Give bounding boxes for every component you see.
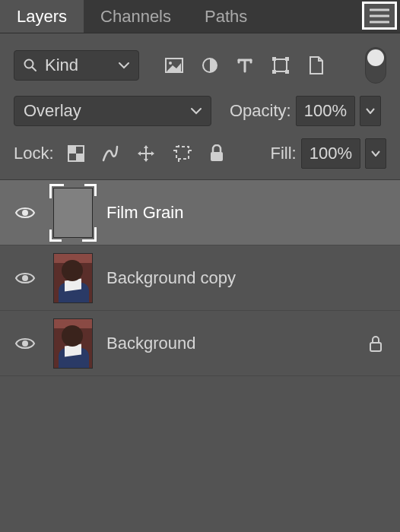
svg-rect-4 — [275, 59, 287, 71]
blend-mode-dropdown[interactable]: Overlay — [14, 96, 211, 126]
chevron-down-icon — [191, 107, 202, 115]
visibility-toggle[interactable] — [11, 205, 40, 220]
layer-name[interactable]: Background copy — [106, 268, 389, 288]
tab-paths[interactable]: Paths — [188, 0, 264, 33]
lock-image-icon[interactable] — [101, 144, 119, 163]
svg-rect-6 — [285, 57, 289, 61]
filter-shape-icon[interactable] — [271, 56, 290, 74]
hamburger-icon — [370, 8, 389, 24]
fill-label: Fill: — [271, 144, 297, 163]
filter-kind-dropdown[interactable]: Kind — [14, 50, 139, 81]
layer-row[interactable]: Background — [0, 311, 400, 376]
search-icon — [24, 59, 37, 72]
svg-rect-13 — [211, 152, 223, 161]
lock-artboard-icon[interactable] — [173, 144, 192, 163]
svg-rect-7 — [272, 70, 276, 74]
eye-icon — [14, 336, 36, 351]
fill-input[interactable]: 100% — [301, 138, 360, 169]
layers-list: Film Grain Background copy Background — [0, 179, 400, 376]
layer-thumbnail[interactable] — [53, 253, 93, 303]
lock-transparency-icon[interactable] — [68, 145, 84, 162]
layer-thumbnail[interactable] — [53, 318, 93, 369]
toggle-knob — [367, 49, 384, 66]
panel-tabs: Layers Channels Paths — [0, 0, 400, 33]
fill-stepper[interactable] — [365, 138, 386, 169]
filter-pixel-icon[interactable] — [165, 58, 183, 73]
visibility-toggle[interactable] — [11, 336, 40, 351]
filter-type-text-icon[interactable] — [237, 57, 253, 74]
opacity-group: Opacity: 100% — [230, 96, 381, 126]
svg-point-15 — [22, 275, 28, 281]
filter-type-icons — [165, 55, 325, 75]
tabs-spacer — [264, 0, 360, 33]
lock-position-icon[interactable] — [136, 144, 156, 163]
filter-kind-label: Kind — [45, 55, 111, 75]
layer-name[interactable]: Background — [106, 334, 354, 353]
tab-layers[interactable]: Layers — [0, 0, 84, 33]
blend-mode-value: Overlay — [24, 101, 81, 121]
chevron-down-icon — [119, 62, 129, 69]
visibility-toggle[interactable] — [11, 271, 40, 286]
opacity-stepper[interactable] — [360, 96, 381, 126]
eye-icon — [14, 205, 36, 220]
svg-rect-8 — [285, 70, 289, 74]
filter-adjustment-icon[interactable] — [202, 57, 218, 74]
opacity-label: Opacity: — [230, 101, 291, 121]
eye-icon — [14, 271, 36, 286]
lock-all-icon[interactable] — [209, 144, 224, 163]
svg-rect-17 — [370, 343, 381, 351]
svg-rect-5 — [272, 57, 276, 61]
layer-row[interactable]: Background copy — [0, 245, 400, 311]
layer-row[interactable]: Film Grain — [0, 180, 400, 245]
svg-point-14 — [22, 210, 28, 216]
lock-row: Lock: Fill: 100% — [0, 132, 400, 179]
lock-icons — [68, 144, 224, 163]
layer-thumbnail[interactable] — [53, 188, 93, 238]
svg-rect-12 — [176, 147, 189, 159]
lock-icon — [368, 334, 383, 353]
svg-rect-11 — [76, 154, 84, 161]
svg-rect-10 — [68, 146, 76, 154]
fill-group: Fill: 100% — [271, 138, 387, 169]
opacity-input[interactable]: 100% — [296, 96, 355, 126]
svg-point-2 — [169, 62, 172, 65]
lock-label: Lock: — [14, 144, 54, 163]
tab-channels[interactable]: Channels — [84, 0, 188, 33]
panel-menu-button[interactable] — [362, 2, 397, 30]
blend-row: Overlay Opacity: 100% — [0, 91, 400, 132]
svg-point-16 — [22, 340, 28, 347]
filter-toggle[interactable] — [365, 47, 386, 84]
filter-row: Kind — [0, 33, 400, 91]
layer-name[interactable]: Film Grain — [106, 203, 389, 223]
filter-smartobject-icon[interactable] — [308, 55, 325, 75]
